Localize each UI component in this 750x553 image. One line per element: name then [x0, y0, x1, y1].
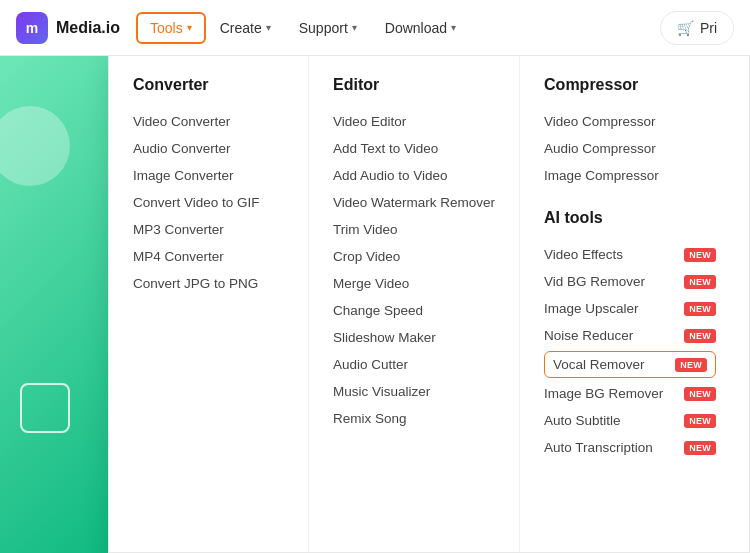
new-badge-auto-subtitle: NEW: [684, 414, 716, 428]
menu-item-image-bg-remover[interactable]: Image BG Remover NEW: [544, 380, 716, 407]
ai-tools-title: AI tools: [544, 209, 716, 227]
menu-item-image-converter[interactable]: Image Converter: [133, 162, 284, 189]
menu-item-auto-subtitle[interactable]: Auto Subtitle NEW: [544, 407, 716, 434]
header-right: 🛒 Pri: [660, 11, 734, 45]
ai-tools-section: AI tools Video Effects NEW Vid BG Remove…: [544, 209, 716, 461]
nav-download-label: Download: [385, 20, 447, 36]
nav-create-label: Create: [220, 20, 262, 36]
logo-text: Media.io: [56, 19, 120, 37]
menu-item-convert-jpg-png[interactable]: Convert JPG to PNG: [133, 270, 284, 297]
new-badge-auto-transcription: NEW: [684, 441, 716, 455]
menu-item-mp3-converter[interactable]: MP3 Converter: [133, 216, 284, 243]
chevron-down-icon: ▾: [187, 22, 192, 33]
editor-column: Editor Video Editor Add Text to Video Ad…: [309, 56, 520, 552]
compressor-ai-column: Compressor Video Compressor Audio Compre…: [520, 56, 740, 552]
menu-item-add-audio-video[interactable]: Add Audio to Video: [333, 162, 495, 189]
new-badge-image-bg: NEW: [684, 387, 716, 401]
pricing-label: Pri: [700, 20, 717, 36]
menu-item-watermark-remover[interactable]: Video Watermark Remover: [333, 189, 495, 216]
bg-circle: [0, 106, 70, 186]
new-badge-image-upscaler: NEW: [684, 302, 716, 316]
menu-item-crop-video[interactable]: Crop Video: [333, 243, 495, 270]
new-badge-video-effects: NEW: [684, 248, 716, 262]
menu-item-audio-converter[interactable]: Audio Converter: [133, 135, 284, 162]
menu-item-image-upscaler[interactable]: Image Upscaler NEW: [544, 295, 716, 322]
editor-title: Editor: [333, 76, 495, 94]
menu-item-audio-cutter[interactable]: Audio Cutter: [333, 351, 495, 378]
pricing-button[interactable]: 🛒 Pri: [660, 11, 734, 45]
menu-item-remix-song[interactable]: Remix Song: [333, 405, 495, 432]
nav-tools[interactable]: Tools ▾: [136, 12, 206, 44]
menu-item-merge-video[interactable]: Merge Video: [333, 270, 495, 297]
menu-item-video-editor[interactable]: Video Editor: [333, 108, 495, 135]
nav-download[interactable]: Download ▾: [371, 12, 470, 44]
menu-item-music-visualizer[interactable]: Music Visualizer: [333, 378, 495, 405]
chevron-down-icon: ▾: [266, 22, 271, 33]
menu-item-convert-video-gif[interactable]: Convert Video to GIF: [133, 189, 284, 216]
menu-item-noise-reducer[interactable]: Noise Reducer NEW: [544, 322, 716, 349]
new-badge-noise-reducer: NEW: [684, 329, 716, 343]
menu-item-video-compressor[interactable]: Video Compressor: [544, 108, 716, 135]
menu-item-image-compressor[interactable]: Image Compressor: [544, 162, 716, 189]
chevron-down-icon: ▾: [451, 22, 456, 33]
nav-support[interactable]: Support ▾: [285, 12, 371, 44]
menu-item-mp4-converter[interactable]: MP4 Converter: [133, 243, 284, 270]
header: m Media.io Tools ▾ Create ▾ Support ▾ Do…: [0, 0, 750, 56]
menu-item-vocal-remover[interactable]: Vocal Remover NEW: [544, 351, 716, 378]
new-badge-vid-bg: NEW: [684, 275, 716, 289]
menu-item-vid-bg-remover[interactable]: Vid BG Remover NEW: [544, 268, 716, 295]
background-content: [0, 56, 110, 553]
menu-item-add-text-video[interactable]: Add Text to Video: [333, 135, 495, 162]
chevron-down-icon: ▾: [352, 22, 357, 33]
converter-column: Converter Video Converter Audio Converte…: [109, 56, 309, 552]
logo-area: m Media.io: [16, 12, 120, 44]
converter-title: Converter: [133, 76, 284, 94]
menu-item-audio-compressor[interactable]: Audio Compressor: [544, 135, 716, 162]
compressor-title: Compressor: [544, 76, 716, 94]
menu-item-video-converter[interactable]: Video Converter: [133, 108, 284, 135]
scan-icon: [20, 383, 70, 433]
nav-support-label: Support: [299, 20, 348, 36]
menu-item-auto-transcription[interactable]: Auto Transcription NEW: [544, 434, 716, 461]
menu-item-change-speed[interactable]: Change Speed: [333, 297, 495, 324]
menu-item-video-effects[interactable]: Video Effects NEW: [544, 241, 716, 268]
cart-icon: 🛒: [677, 20, 694, 36]
menu-item-trim-video[interactable]: Trim Video: [333, 216, 495, 243]
new-badge-vocal-remover: NEW: [675, 358, 707, 372]
nav-tools-label: Tools: [150, 20, 183, 36]
nav-create[interactable]: Create ▾: [206, 12, 285, 44]
logo-icon: m: [16, 12, 48, 44]
menu-item-slideshow-maker[interactable]: Slideshow Maker: [333, 324, 495, 351]
tools-dropdown-menu: Converter Video Converter Audio Converte…: [108, 56, 750, 553]
